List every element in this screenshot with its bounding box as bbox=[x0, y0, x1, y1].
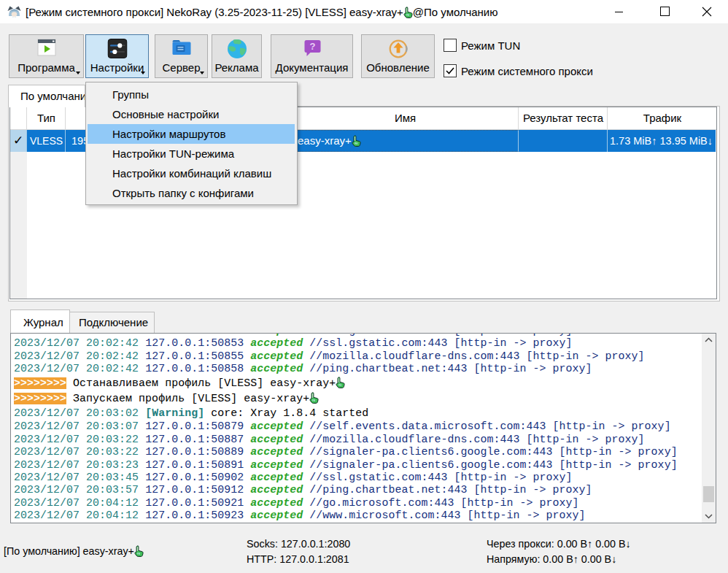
svg-text:?: ? bbox=[309, 41, 315, 52]
